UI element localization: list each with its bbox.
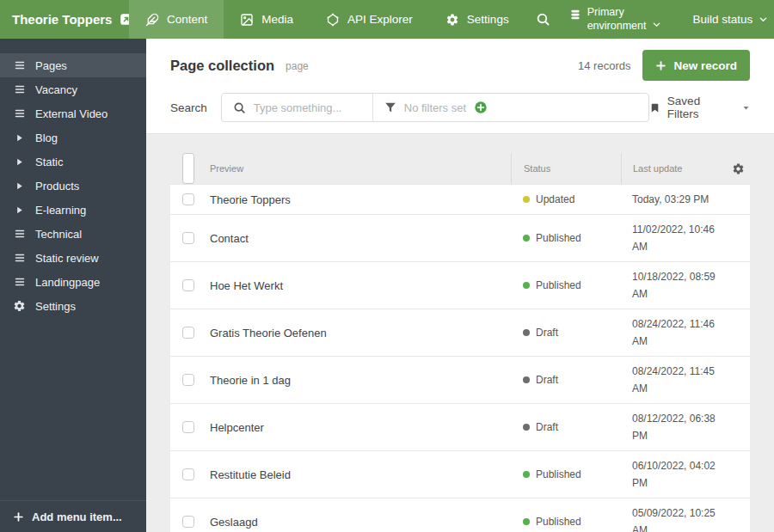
status-dot [523,424,530,431]
caret-right-icon [13,157,26,167]
feather-icon [145,13,159,27]
list-icon [13,252,26,264]
row-checkbox-cell [170,468,210,480]
select-all-checkbox[interactable] [182,153,194,184]
row-preview-text: Gratis Theorie Oefenen [210,327,327,339]
status-badge: Published [536,468,581,480]
table-row[interactable]: Gratis Theorie OefenenDraft08/24/2022, 1… [170,309,750,357]
sidebar-item-static[interactable]: Static [0,150,146,174]
new-record-button[interactable]: New record [642,50,750,81]
sidebar-item-label: External Video [35,107,108,120]
last-update-text: 06/10/2022, 04:02 PM [632,460,716,489]
sidebar-item-external-video[interactable]: External Video [0,101,146,125]
sidebar-item-label: Blog [35,131,58,144]
status-badge: Published [536,279,581,291]
status-badge: Draft [536,374,558,386]
sidebar-item-label: Landingpage [35,276,100,289]
sidebar-item-blog[interactable]: Blog [0,125,146,150]
add-menu-item-button[interactable]: Add menu item... [0,500,146,532]
filters-area[interactable]: No filters set [372,94,648,121]
records-count: 14 records [578,59,630,72]
list-icon [13,276,26,288]
table-settings-icon[interactable] [732,153,745,184]
search-icon[interactable] [525,12,561,27]
sidebar: PagesVacancyExternal VideoBlogStaticProd… [0,39,146,532]
table-row[interactable]: Theorie ToppersUpdatedToday, 03:29 PM [170,184,750,215]
row-preview-text: Hoe Het Werkt [210,279,283,292]
no-filters-label: No filters set [404,101,466,114]
sidebar-item-products[interactable]: Products [0,174,146,198]
brand[interactable]: Theorie Toppers [0,0,129,39]
row-preview-text: Geslaagd [210,516,258,529]
row-checkbox[interactable] [182,232,194,244]
nav-tab-content[interactable]: Content [129,0,224,39]
last-update-text: 05/09/2022, 10:25 AM [632,507,716,532]
row-checkbox[interactable] [182,193,194,205]
column-header-status[interactable]: Status [511,153,621,184]
gear-icon [13,299,26,313]
sidebar-item-landingpage[interactable]: Landingpage [0,270,146,294]
sidebar-item-label: Static review [35,252,99,265]
nav-tab-api-explorer[interactable]: API Explorer [310,0,429,39]
gear-icon [445,13,459,27]
top-navbar: Theorie Toppers ContentMediaAPI Explorer… [0,0,774,39]
sidebar-item-technical[interactable]: Technical [0,222,146,246]
table-row[interactable]: Theorie in 1 dagDraft08/24/2022, 11:45 A… [170,357,750,404]
nav-tab-label: Settings [467,13,509,26]
chevron-down-icon [742,104,750,112]
build-status-dropdown[interactable]: Build status [670,13,774,26]
sidebar-item-static-review[interactable]: Static review [0,246,146,270]
saved-filters-label: Saved Filters [667,95,734,120]
row-checkbox-cell [170,193,210,205]
status-dot [523,196,530,203]
table-row[interactable]: HelpcenterDraft08/12/2022, 06:38 PM [170,404,750,451]
column-header-preview[interactable]: Preview [210,153,511,184]
table-row[interactable]: ContactPublished11/02/2022, 10:46 AM [170,215,750,262]
list-icon [13,83,26,95]
sidebar-item-pages[interactable]: Pages [0,53,146,77]
row-checkbox-cell [170,279,210,291]
status-badge: Draft [536,327,558,339]
row-checkbox[interactable] [182,421,194,433]
row-preview-text: Restitutie Beleid [210,468,291,481]
search-label: Search [170,101,207,114]
database-icon [569,9,581,21]
row-preview-text: Contact [210,232,249,245]
caret-right-icon [13,181,26,191]
navbar-right: Primary environment Build status G [525,0,774,39]
nav-tab-settings[interactable]: Settings [429,0,525,39]
status-dot [523,471,530,478]
search-input[interactable] [254,101,357,114]
filter-funnel-icon [384,101,396,113]
column-header-last-update[interactable]: Last update [621,153,726,184]
row-checkbox[interactable] [182,327,194,339]
sidebar-item-label: Technical [35,228,82,241]
search-field[interactable] [222,94,372,121]
api-icon [326,13,340,27]
last-update-text: 08/24/2022, 11:45 AM [632,365,715,394]
sidebar-item-label: Static [35,156,64,168]
environment-label: Primary environment [587,6,647,33]
table-row[interactable]: Hoe Het WerktPublished10/18/2022, 08:59 … [170,262,750,309]
row-checkbox[interactable] [182,374,194,386]
saved-filters-dropdown[interactable]: Saved Filters [649,95,750,120]
row-checkbox-cell [170,421,210,433]
add-filter-icon[interactable] [474,101,488,114]
row-checkbox[interactable] [182,516,194,528]
row-checkbox[interactable] [182,279,194,291]
status-badge: Published [536,232,581,244]
sidebar-item-vacancy[interactable]: Vacancy [0,77,146,101]
row-preview-text: Theorie in 1 dag [210,374,291,387]
table-area: Preview Status Last update Theorie Toppe… [146,134,774,532]
last-update-text: 11/02/2022, 10:46 AM [632,223,715,253]
row-checkbox[interactable] [182,468,194,480]
sidebar-item-e-learning[interactable]: E-learning [0,198,146,222]
sidebar-item-settings[interactable]: Settings [0,294,146,318]
nav-tab-media[interactable]: Media [224,0,310,39]
status-dot [523,329,530,336]
environment-selector[interactable]: Primary environment [561,6,671,33]
table-row[interactable]: GeslaagdPublished05/09/2022, 10:25 AM [170,498,750,532]
list-icon [13,228,26,240]
add-menu-item-label: Add menu item... [32,511,122,523]
table-row[interactable]: Restitutie BeleidPublished06/10/2022, 04… [170,451,750,498]
